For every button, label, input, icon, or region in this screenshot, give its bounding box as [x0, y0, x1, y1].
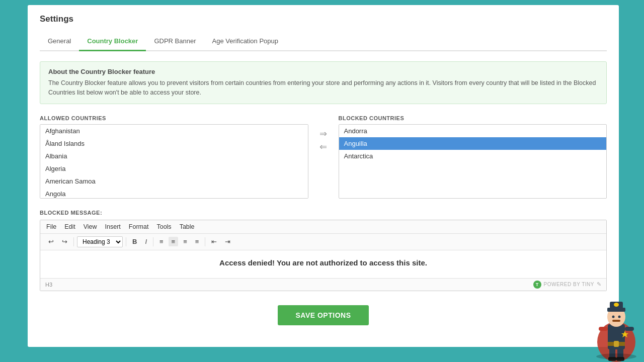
settings-panel: Settings General Country Blocker GDPR Ba… — [28, 5, 619, 347]
list-item[interactable]: American Samoa — [40, 175, 308, 188]
indent-increase-button[interactable]: ⇥ — [222, 237, 233, 246]
tab-age-verification[interactable]: Age Verification Popup — [204, 33, 286, 51]
tab-general[interactable]: General — [40, 33, 79, 51]
mascot-shadow — [596, 353, 636, 359]
svg-rect-12 — [625, 327, 634, 331]
allowed-countries-list[interactable]: Afghanistan Åland Islands Albania Algeri… — [40, 124, 308, 199]
list-item[interactable]: Andorra — [339, 125, 607, 137]
transfer-buttons: ⇒ ⇐ — [308, 127, 339, 153]
menu-tools[interactable]: Tools — [156, 223, 171, 230]
blocked-message-label: BLOCKED MESSAGE: — [40, 210, 607, 216]
list-item[interactable]: Angola — [40, 188, 308, 199]
save-options-button[interactable]: SAVE OPTIONS — [278, 305, 369, 325]
toolbar-divider — [205, 237, 205, 246]
tab-bar: General Country Blocker GDPR Banner Age … — [40, 33, 607, 51]
info-box-title: About the Country Blocker feature — [48, 68, 598, 75]
svg-rect-14 — [617, 348, 623, 359]
svg-rect-13 — [609, 348, 615, 359]
list-item[interactable]: Algeria — [40, 162, 308, 175]
align-justify-button[interactable]: ≡ — [192, 237, 202, 246]
heading-select[interactable]: Heading 3 Heading 1 Heading 2 Paragraph — [77, 236, 123, 247]
menu-table[interactable]: Table — [180, 223, 195, 230]
tab-country-blocker[interactable]: Country Blocker — [79, 33, 146, 51]
bold-button[interactable]: B — [129, 237, 140, 246]
countries-section: ALLOWED COUNTRIES Afghanistan Åland Isla… — [40, 115, 607, 199]
page-title: Settings — [40, 14, 607, 24]
align-left-button[interactable]: ≡ — [156, 237, 167, 246]
svg-rect-16 — [616, 357, 624, 361]
undo-button[interactable]: ↩ — [45, 237, 57, 246]
save-button-row: SAVE OPTIONS — [40, 305, 607, 325]
menu-format[interactable]: Format — [129, 223, 149, 230]
tab-gdpr-banner[interactable]: GDPR Banner — [146, 33, 204, 51]
allowed-countries-container: ALLOWED COUNTRIES Afghanistan Åland Isla… — [40, 115, 308, 199]
blocked-countries-container: BLOCKED COUNTRIES Andorra Anguilla Antar… — [339, 115, 607, 199]
editor-footer: H3 T POWERED BY TINY ✎ — [40, 278, 606, 291]
edit-icon[interactable]: ✎ — [597, 281, 601, 288]
transfer-right-button[interactable]: ⇒ — [317, 127, 329, 140]
list-item[interactable]: Afghanistan — [40, 125, 308, 137]
info-box-text: The Country Blocker feature allows you t… — [48, 78, 598, 98]
editor-text: Access denied! You are not authorized to… — [50, 258, 596, 267]
indent-decrease-button[interactable]: ⇤ — [208, 237, 220, 246]
allowed-countries-label: ALLOWED COUNTRIES — [40, 115, 308, 121]
menu-file[interactable]: File — [46, 223, 56, 230]
list-item[interactable]: Åland Islands — [40, 137, 308, 150]
powered-by: POWERED BY TINY — [544, 282, 594, 287]
list-item[interactable]: Antarctica — [339, 150, 607, 162]
editor-toolbar: ↩ ↪ Heading 3 Heading 1 Heading 2 Paragr… — [40, 234, 606, 250]
svg-marker-17 — [621, 331, 628, 337]
menu-view[interactable]: View — [84, 223, 97, 230]
menu-insert[interactable]: Insert — [105, 223, 121, 230]
toolbar-divider — [73, 237, 74, 246]
redo-button[interactable]: ↪ — [59, 237, 70, 246]
transfer-left-button[interactable]: ⇐ — [317, 140, 329, 153]
svg-rect-15 — [608, 357, 616, 361]
editor-menubar: File Edit View Insert Format Tools Table — [40, 220, 606, 234]
italic-button[interactable]: I — [142, 237, 150, 246]
blocked-countries-list[interactable]: Andorra Anguilla Antarctica — [339, 124, 607, 199]
list-item[interactable]: Albania — [40, 150, 308, 162]
info-box: About the Country Blocker feature The Co… — [40, 61, 607, 104]
list-item[interactable]: Anguilla — [339, 137, 607, 150]
tiny-logo: T — [533, 281, 541, 289]
editor-status: H3 — [45, 282, 52, 288]
menu-edit[interactable]: Edit — [64, 223, 75, 230]
align-right-button[interactable]: ≡ — [180, 237, 190, 246]
toolbar-divider — [126, 237, 126, 246]
blocked-message-section: BLOCKED MESSAGE: File Edit View Insert F… — [40, 210, 607, 291]
toolbar-divider — [153, 237, 153, 246]
editor-wrapper: File Edit View Insert Format Tools Table… — [40, 220, 607, 291]
blocked-countries-label: BLOCKED COUNTRIES — [339, 115, 607, 121]
align-center-button[interactable]: ≡ — [169, 237, 179, 246]
editor-content[interactable]: Access denied! You are not authorized to… — [40, 250, 606, 278]
